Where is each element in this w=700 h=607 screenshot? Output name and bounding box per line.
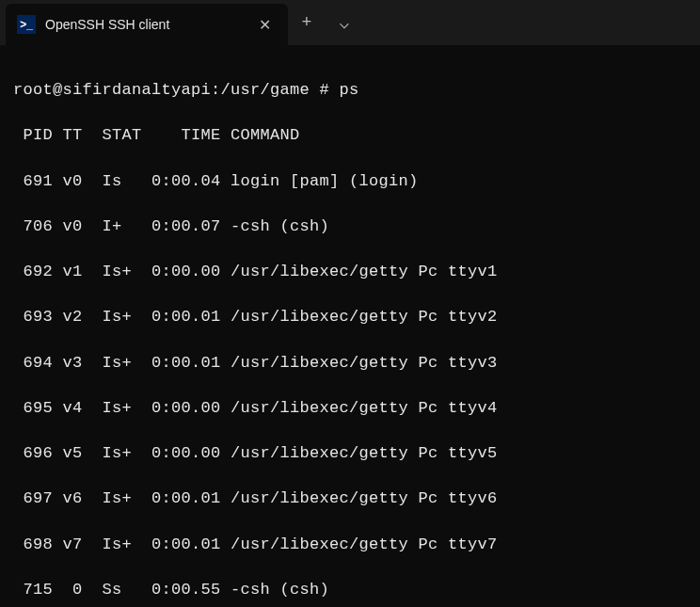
prompt-line: root@sifirdanaltyapi:/usr/game # ps xyxy=(13,79,687,102)
tab-title: OpenSSH SSH client xyxy=(45,17,244,32)
ps-row: 693 v2 Is+ 0:00.01 /usr/libexec/getty Pc… xyxy=(13,306,687,328)
ps-row: 715 0 Ss 0:00.55 -csh (csh) xyxy=(13,579,687,601)
new-tab-button[interactable]: + xyxy=(288,0,326,45)
ps-row: 696 v5 Is+ 0:00.00 /usr/libexec/getty Pc… xyxy=(13,442,687,465)
tab-dropdown-button[interactable]: ⌵ xyxy=(326,0,363,45)
close-icon[interactable]: ✕ xyxy=(253,14,277,36)
ps-row: 692 v1 Is+ 0:00.00 /usr/libexec/getty Pc… xyxy=(13,261,687,283)
ps-row: 698 v7 Is+ 0:00.01 /usr/libexec/getty Pc… xyxy=(13,534,687,556)
terminal-area[interactable]: root@sifirdanaltyapi:/usr/game # ps PID … xyxy=(0,45,700,607)
ps-row: 697 v6 Is+ 0:00.01 /usr/libexec/getty Pc… xyxy=(13,487,687,510)
powershell-icon: >_ xyxy=(17,15,36,34)
ps-row: 706 v0 I+ 0:00.07 -csh (csh) xyxy=(13,216,687,238)
ps-row: 691 v0 Is 0:00.04 login [pam] (login) xyxy=(13,170,687,193)
tab-active[interactable]: >_ OpenSSH SSH client ✕ xyxy=(6,4,288,45)
ps-row: 695 v4 Is+ 0:00.00 /usr/libexec/getty Pc… xyxy=(13,397,687,420)
window-titlebar: >_ OpenSSH SSH client ✕ + ⌵ xyxy=(0,0,700,45)
ps-header: PID TT STAT TIME COMMAND xyxy=(13,124,687,147)
ps-row: 694 v3 Is+ 0:00.01 /usr/libexec/getty Pc… xyxy=(13,352,687,375)
